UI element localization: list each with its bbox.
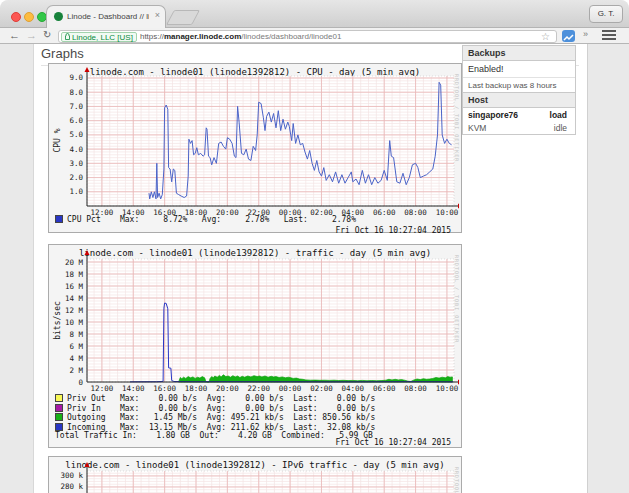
padlock-icon: [65, 33, 70, 40]
svg-text:3.0: 3.0: [69, 159, 83, 168]
svg-text:12:00: 12:00: [91, 384, 114, 393]
legend-row: Priv In Max: 0.00 b/s Avg: 0.00 b/s Last…: [55, 404, 375, 414]
svg-text:20:00: 20:00: [216, 384, 239, 393]
tab-close-icon[interactable]: ×: [155, 11, 160, 20]
legend-row: Outgoing Max: 1.45 Mb/s Avg: 495.21 kb/s…: [55, 413, 375, 423]
traffic-y-axis-label: bits/sec: [53, 291, 62, 351]
ev-certificate-badge[interactable]: Linode, LLC [US]: [61, 32, 137, 43]
forward-button[interactable]: →: [26, 28, 37, 42]
page-viewport: Graphs linode.com - linode01 (linode1392…: [0, 44, 629, 493]
url-domain: manager.linode.com: [164, 32, 241, 41]
svg-text:08:00: 08:00: [404, 208, 427, 217]
svg-text:02:00: 02:00: [310, 384, 333, 393]
bookmark-star-icon[interactable]: ☆: [541, 31, 550, 42]
svg-text:8 M: 8 M: [69, 330, 83, 339]
host-load-label: load: [550, 110, 567, 120]
window-minimize-button[interactable]: [24, 12, 34, 22]
svg-text:08:00: 08:00: [404, 384, 427, 393]
legend-swatch: [55, 423, 63, 431]
legend-total-row: Total Traffic In: 1.80 GB Out: 4.20 GB C…: [55, 432, 375, 441]
backups-status: Enabled!: [463, 61, 575, 78]
host-header: Host: [463, 93, 575, 108]
cpu-chart-legend: CPU Pct Max: 8.72% Avg: 2.78% Last: 2.78…: [55, 215, 356, 225]
browser-tab[interactable]: Linode - Dashboard // lino ×: [46, 5, 166, 28]
ipv6-graph-panel: linode.com - linode01 (linode1392812) - …: [48, 456, 462, 493]
svg-text:20 M: 20 M: [65, 258, 84, 267]
svg-text:18:00: 18:00: [185, 384, 208, 393]
svg-text:6 M: 6 M: [69, 342, 83, 351]
ipv6-chart-canvas: 300 k280 k12:0014:0016:0018:0020:0022:00…: [49, 457, 459, 493]
linode-favicon: [54, 12, 63, 21]
cpu-y-axis-label: CPU %: [53, 111, 62, 171]
browser-toolbar: ← → ↻ Linode, LLC [US]https://manager.li…: [0, 28, 629, 44]
svg-text:22:00: 22:00: [247, 384, 270, 393]
svg-text:4.0: 4.0: [69, 145, 83, 154]
rrdtool-watermark: RRDTOOL / TOBI OETIKER: [454, 74, 460, 162]
browser-titlebar[interactable]: Linode - Dashboard // lino × G. T.: [0, 0, 629, 28]
window-close-button[interactable]: [11, 12, 21, 22]
address-bar[interactable]: Linode, LLC [US]https://manager.linode.c…: [58, 30, 557, 44]
svg-text:06:00: 06:00: [373, 384, 396, 393]
traffic-chart-timestamp: Fri Oct 16 10:27:04 2015: [335, 438, 451, 447]
svg-text:6.0: 6.0: [69, 116, 83, 125]
svg-text:14:00: 14:00: [122, 384, 145, 393]
rrdtool-watermark: RRDTOOL / TOBI OETIKER: [454, 255, 460, 343]
svg-text:8.0: 8.0: [69, 88, 83, 97]
svg-text:2 M: 2 M: [69, 366, 83, 375]
reload-button[interactable]: ↻: [43, 28, 51, 42]
cpu-chart-timestamp: Fri Oct 16 10:27:04 2015: [335, 226, 451, 235]
svg-text:00:00: 00:00: [279, 384, 302, 393]
svg-text:300 k: 300 k: [60, 471, 83, 480]
svg-text:4 M: 4 M: [69, 354, 83, 363]
host-load-value: idle: [554, 123, 567, 133]
svg-text:9.0: 9.0: [69, 73, 83, 82]
svg-text:14 M: 14 M: [65, 294, 84, 303]
browser-window: Linode - Dashboard // lino × G. T. ← → ↻…: [0, 0, 629, 493]
svg-text:10:00: 10:00: [436, 384, 459, 393]
svg-text:280 k: 280 k: [60, 482, 83, 491]
host-name: singapore76: [468, 110, 518, 120]
url-scheme: https://: [140, 32, 164, 41]
traffic-chart-legend: Priv Out Max: 0.00 b/s Avg: 0.00 b/s Las…: [55, 394, 375, 441]
tab-title: Linode - Dashboard // lino: [67, 12, 149, 23]
host-row: KVM idle: [463, 121, 575, 134]
legend-swatch: [55, 404, 63, 412]
backups-header: Backups: [463, 46, 575, 61]
legend-swatch: [55, 413, 63, 421]
rrdtool-watermark: RRDTOOL / TOBI OETIKER: [454, 467, 460, 493]
svg-text:1.0: 1.0: [69, 187, 83, 196]
svg-text:18 M: 18 M: [65, 270, 84, 279]
svg-text:12 M: 12 M: [65, 306, 84, 315]
svg-text:16 M: 16 M: [65, 282, 84, 291]
svg-text:0: 0: [78, 378, 83, 387]
new-tab-button[interactable]: [166, 10, 200, 25]
svg-text:16:00: 16:00: [153, 384, 176, 393]
legend-swatch: [55, 394, 63, 402]
cpu-chart-canvas: 1.02.03.04.05.06.07.08.09.012:0014:0016:…: [49, 64, 459, 230]
extension-icon[interactable]: [562, 30, 575, 42]
svg-text:06:00: 06:00: [373, 208, 396, 217]
host-box: Host singapore76 load KVM idle: [462, 92, 576, 135]
overflow-chevron-icon[interactable]: »: [583, 29, 588, 39]
svg-text:10:00: 10:00: [436, 208, 459, 217]
svg-text:10 M: 10 M: [65, 318, 84, 327]
menu-hamburger-button[interactable]: [602, 30, 616, 40]
legend-row: CPU Pct Max: 8.72% Avg: 2.78% Last: 2.78…: [55, 215, 356, 225]
svg-text:04:00: 04:00: [342, 384, 365, 393]
host-virt-type: KVM: [468, 123, 486, 133]
host-row: singapore76 load: [463, 108, 575, 121]
cpu-graph-panel: linode.com - linode01 (linode1392812) - …: [48, 63, 462, 233]
profile-button[interactable]: G. T.: [589, 5, 623, 23]
url-path: /linodes/dashboard/linode01: [241, 32, 341, 41]
legend-row: Priv Out Max: 0.00 b/s Avg: 0.00 b/s Las…: [55, 394, 375, 404]
svg-text:7.0: 7.0: [69, 102, 83, 111]
traffic-graph-panel: linode.com - linode01 (linode1392812) - …: [48, 244, 462, 448]
legend-swatch: [55, 215, 63, 223]
svg-text:2.0: 2.0: [69, 173, 83, 182]
back-button[interactable]: ←: [9, 28, 20, 42]
page-content: Graphs linode.com - linode01 (linode1392…: [33, 44, 588, 493]
svg-text:5.0: 5.0: [69, 130, 83, 139]
